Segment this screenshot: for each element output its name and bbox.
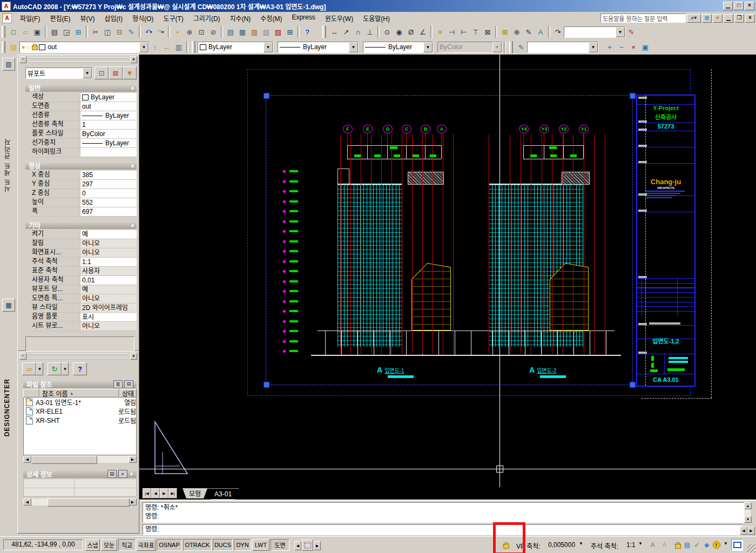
scroll-left-icon[interactable]: ◀ <box>23 456 31 463</box>
section-header-일반[interactable]: 일반∧ <box>25 84 137 92</box>
chevron-down-icon[interactable]: ▼ <box>423 42 433 52</box>
details-horizontal-scrollbar[interactable]: ◀ ▶ <box>23 498 137 505</box>
tray-chevron-icon[interactable]: ▼ <box>724 541 728 546</box>
section-header-기타[interactable]: 기타∧ <box>25 221 137 229</box>
property-row[interactable]: Y 중심297 <box>30 180 137 189</box>
palette-close-icon[interactable]: x <box>130 56 137 63</box>
property-row[interactable]: 표준 축척사용자 <box>30 267 137 276</box>
dim-arc-length-icon[interactable]: ∩ <box>352 26 364 38</box>
property-row[interactable]: 하이퍼링크 <box>30 148 137 157</box>
scroll-right-icon[interactable]: ▶ <box>129 498 137 505</box>
property-row[interactable]: 주석 축척1:1 <box>30 258 137 267</box>
save-icon[interactable]: ▣ <box>31 26 43 38</box>
property-row[interactable]: 선종류 축척1 <box>30 120 137 130</box>
xref-horizontal-scrollbar[interactable]: ◀ ▶ <box>23 456 137 463</box>
dim-jogged-icon[interactable]: ◉ <box>393 26 405 38</box>
search-icon[interactable]: ⌕▾ <box>687 14 701 23</box>
details-view-icon[interactable]: ▤ <box>107 470 117 478</box>
plot-preview-icon[interactable]: ◲ <box>60 26 72 38</box>
toolbar-handle[interactable] <box>192 41 195 53</box>
property-row[interactable]: 화면표시...아니오 <box>30 248 137 258</box>
help-search-input[interactable] <box>600 14 686 23</box>
property-row[interactable]: 플롯 스타일ByColor <box>30 130 137 139</box>
last-tab-icon[interactable]: ▶| <box>168 488 177 498</box>
palette-minimize-icon[interactable]: − <box>19 56 26 63</box>
viewport-grip[interactable] <box>264 382 269 388</box>
copy-icon[interactable]: ◫ <box>102 26 113 38</box>
title-bar[interactable]: A AutoCAD 2008 - [Y:₩57273 Y Proj₩c 설계성과… <box>0 0 756 12</box>
menu-12[interactable]: 도움말(H) <box>358 12 395 24</box>
dim-update-icon[interactable]: ↷ <box>552 26 564 38</box>
annotation-scale-value[interactable]: 1:1 <box>626 541 636 549</box>
layer-properties-manager-icon[interactable]: ▤ <box>8 41 19 53</box>
palette-minimize-icon[interactable]: − <box>19 353 26 360</box>
annotation-scale-chevron-icon[interactable]: ▼ <box>638 541 643 546</box>
annotation-autoscale-icon[interactable]: A <box>660 540 669 549</box>
toggle-OSNAP[interactable]: OSNAP <box>157 539 182 551</box>
dim-space-icon[interactable]: ⊤ <box>470 26 482 38</box>
toggle-극좌표[interactable]: 극좌표 <box>137 539 156 551</box>
zoom-window-icon[interactable]: ⊡ <box>195 26 207 38</box>
prev-viewport-icon[interactable]: ◀ <box>294 541 301 550</box>
menu-10[interactable]: Express <box>287 12 320 24</box>
menu-8[interactable]: 치수(N) <box>225 12 256 24</box>
toggle-모눈[interactable]: 모눈 <box>101 539 117 551</box>
property-row[interactable]: 높이552 <box>30 198 137 207</box>
doc-minimize-button[interactable]: ▁ <box>724 14 733 23</box>
refedit-name-select[interactable]: ▼ <box>527 42 598 53</box>
layer-previous-icon[interactable]: ← <box>161 41 173 53</box>
sheetset-palette-label[interactable]: 시트 세트 관리자 <box>3 138 12 192</box>
designcenter-palette-tab-icon[interactable]: ▦ <box>2 299 15 312</box>
toolbar-handle[interactable] <box>322 26 326 38</box>
preview-view-icon[interactable]: ⌕ <box>118 470 127 478</box>
help-icon[interactable]: ? <box>301 26 313 38</box>
toggle-DUCS[interactable]: DUCS <box>213 539 233 551</box>
markup-manager-icon[interactable]: ▨ <box>272 26 284 38</box>
toggle-pickadd-button[interactable]: ⊡ <box>94 66 109 79</box>
performance-lamp-icon[interactable]: ! <box>712 540 721 549</box>
refresh-button[interactable]: ↻ <box>48 362 62 375</box>
next-viewport-icon[interactable]: ▶ <box>314 541 321 550</box>
chevron-down-icon[interactable]: ▼ <box>349 42 358 52</box>
property-row[interactable]: X 중심385 <box>30 171 137 180</box>
property-row[interactable]: 폭697 <box>30 207 137 217</box>
property-row[interactable]: 색상ByLayer <box>30 93 137 102</box>
quick-dimension-icon[interactable]: ≡ <box>434 26 446 38</box>
next-tab-icon[interactable]: ▶ <box>160 488 168 498</box>
vp-scale-value[interactable]: 0,005000 <box>548 541 575 549</box>
icon-column-header[interactable] <box>23 389 39 397</box>
properties-icon[interactable]: ▤ <box>225 26 237 38</box>
designcenter-icon[interactable]: ▦ <box>237 26 248 38</box>
menu-6[interactable]: 도구(T) <box>158 12 188 24</box>
dim-style-select[interactable]: ▼ <box>564 26 625 38</box>
chevron-down-icon[interactable]: ▼ <box>139 42 148 52</box>
tree-view-icon[interactable]: ⊟ <box>124 380 133 388</box>
color-select[interactable]: ByLayer▼ <box>198 42 273 53</box>
section-header-형상[interactable]: 형상∧ <box>25 161 137 170</box>
quickcalc-icon[interactable]: ⊞ <box>284 26 296 38</box>
property-row[interactable]: 잘림아니오 <box>30 239 137 248</box>
redo-icon[interactable]: ↷▾ <box>154 26 166 38</box>
viewport-grip[interactable] <box>630 93 636 99</box>
prev-tab-icon[interactable]: ◀ <box>151 488 160 498</box>
viewport-grip[interactable] <box>264 93 269 99</box>
dim-tolerance-icon[interactable]: ⊞ <box>499 26 511 38</box>
sync-check-icon[interactable]: ✓ <box>692 540 701 549</box>
dim-radius-icon[interactable]: ⊙ <box>381 26 393 38</box>
dim-style-icon[interactable]: ✎ <box>625 26 637 38</box>
coordinate-display[interactable]: 481,62, -134,99 , 0,00 <box>3 539 83 550</box>
chevron-down-icon[interactable]: ▼ <box>616 27 625 37</box>
favorites-star-icon[interactable]: ★ <box>713 14 723 23</box>
help-button[interactable]: ? <box>73 362 87 375</box>
list-view-icon[interactable]: ≣ <box>113 380 123 388</box>
dim-aligned-icon[interactable]: ↗ <box>340 26 352 38</box>
property-row[interactable]: 도면층out <box>30 102 137 111</box>
palette-grab-bar[interactable] <box>28 354 129 359</box>
property-row[interactable]: Z 중심0 <box>30 189 137 198</box>
lineweight-select[interactable]: ByLayer▼ <box>363 42 433 53</box>
dim-ordinate-icon[interactable]: ⊥ <box>364 26 376 38</box>
dim-text-edit-icon[interactable]: A <box>535 26 546 38</box>
toolbar-handle[interactable] <box>2 26 5 38</box>
scroll-right-icon[interactable]: ▶ <box>129 456 137 463</box>
tab-layout-a3-01[interactable]: A3-01 <box>207 488 239 500</box>
